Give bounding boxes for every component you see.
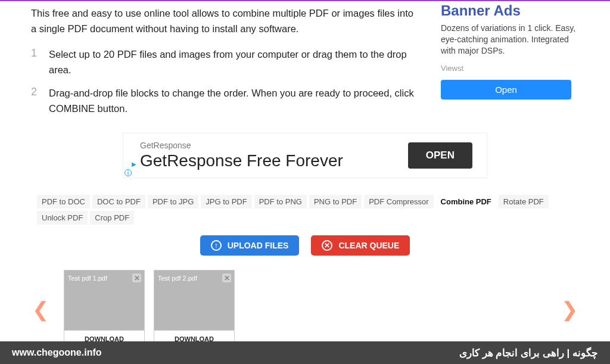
intro-text: This free and easy to use online tool al… (31, 6, 419, 36)
upload-files-button[interactable]: ↑ UPLOAD FILES (200, 235, 300, 256)
step-number: 1 (31, 47, 39, 77)
clear-queue-button[interactable]: ✕ CLEAR QUEUE (311, 235, 410, 256)
step-item: 1 Select up to 20 PDF files and images f… (31, 47, 419, 77)
tab-pdf-to-doc[interactable]: PDF to DOC (37, 195, 90, 209)
file-card[interactable]: Test pdf 1.pdf ✕ DOWNLOAD (64, 270, 145, 348)
step-item: 2 Drag-and-drop file blocks to change th… (31, 86, 419, 116)
ad-brand: Viewst (441, 64, 579, 73)
upload-button-label: UPLOAD FILES (228, 241, 289, 250)
ad-title: Banner Ads (441, 2, 579, 19)
carousel-next-button[interactable]: ❯ (561, 297, 578, 321)
file-card[interactable]: Test pdf 2.pdf ✕ DOWNLOAD (154, 270, 235, 348)
file-thumbnail: Test pdf 1.pdf ✕ (64, 270, 144, 330)
tab-pdf-to-png[interactable]: PDF to PNG (254, 195, 307, 209)
step-number: 2 (31, 86, 39, 116)
banner-headline: GetResponse Free Forever (140, 151, 343, 170)
tab-rotate-pdf[interactable]: Rotate PDF (499, 195, 549, 209)
ad-open-button[interactable]: Open (441, 80, 571, 99)
tool-tabs: PDF to DOC DOC to PDF PDF to JPG JPG to … (31, 195, 579, 225)
upload-icon: ↑ (211, 240, 222, 251)
carousel-prev-button[interactable]: ❮ (32, 297, 49, 321)
tab-jpg-to-pdf[interactable]: JPG to PDF (201, 195, 251, 209)
page-footer: www.chegoone.info چگونه | راهی برای انجا… (0, 341, 610, 364)
remove-file-button[interactable]: ✕ (222, 273, 231, 282)
file-name: Test pdf 2.pdf (158, 275, 197, 282)
tab-unlock-pdf[interactable]: Unlock PDF (37, 211, 88, 225)
tab-pdf-compressor[interactable]: PDF Compressor (364, 195, 433, 209)
banner-open-button[interactable]: OPEN (408, 142, 472, 169)
step-text: Drag-and-drop file blocks to change the … (49, 86, 419, 116)
ad-description: Dozens of variations in 1 click. Easy, e… (441, 23, 579, 57)
banner-brand: GetResponse (140, 141, 343, 150)
clear-icon: ✕ (322, 240, 332, 251)
tab-doc-to-pdf[interactable]: DOC to PDF (92, 195, 145, 209)
remove-file-button[interactable]: ✕ (132, 273, 141, 282)
tab-combine-pdf[interactable]: Combine PDF (436, 195, 496, 209)
steps-list: 1 Select up to 20 PDF files and images f… (31, 47, 419, 116)
ad-choices-icon[interactable]: ▶ (132, 161, 136, 167)
tab-pdf-to-jpg[interactable]: PDF to JPG (148, 195, 198, 209)
ad-info-icon[interactable]: i (125, 169, 132, 176)
footer-text: چگونه | راهی برای انجام هر کاری (459, 347, 598, 359)
tab-png-to-pdf[interactable]: PNG to PDF (309, 195, 362, 209)
clear-button-label: CLEAR QUEUE (338, 241, 399, 250)
file-thumbnail: Test pdf 2.pdf ✕ (154, 270, 234, 330)
step-text: Select up to 20 PDF files and images fro… (49, 47, 419, 77)
tab-crop-pdf[interactable]: Crop PDF (90, 211, 134, 225)
footer-url: www.chegoone.info (12, 347, 102, 358)
sidebar-ad: Banner Ads Dozens of variations in 1 cli… (441, 6, 579, 125)
banner-ad[interactable]: i ▶ GetResponse GetResponse Free Forever… (123, 133, 487, 178)
file-queue[interactable]: ❮ Test pdf 1.pdf ✕ DOWNLOAD Test pdf 2.p… (43, 270, 567, 348)
file-name: Test pdf 1.pdf (68, 275, 107, 282)
